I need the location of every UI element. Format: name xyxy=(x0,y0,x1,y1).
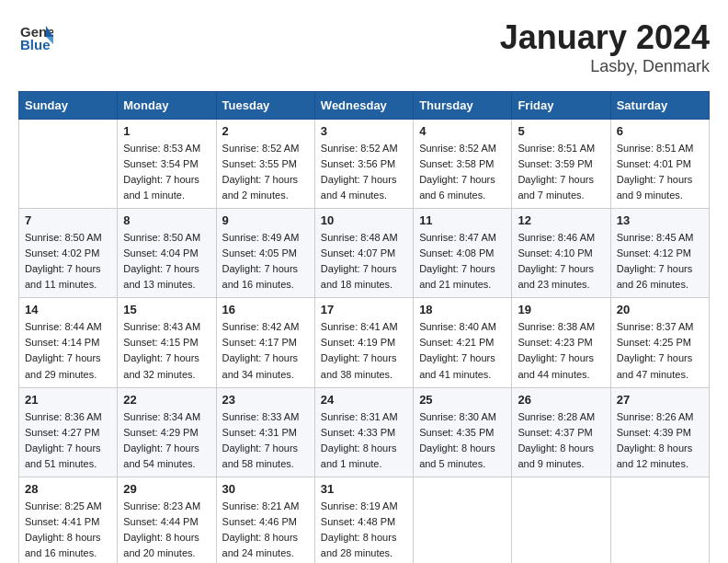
day-number: 1 xyxy=(123,124,210,138)
calendar-cell: 13Sunrise: 8:45 AM Sunset: 4:12 PM Dayli… xyxy=(610,209,709,298)
day-info: Sunrise: 8:19 AM Sunset: 4:48 PM Dayligh… xyxy=(321,499,407,561)
day-number: 13 xyxy=(617,213,703,227)
day-number: 9 xyxy=(222,213,309,227)
calendar-cell: 19Sunrise: 8:38 AM Sunset: 4:23 PM Dayli… xyxy=(512,298,610,387)
day-info: Sunrise: 8:51 AM Sunset: 3:59 PM Dayligh… xyxy=(518,141,604,203)
calendar-header-row: SundayMondayTuesdayWednesdayThursdayFrid… xyxy=(19,92,710,120)
calendar-cell: 14Sunrise: 8:44 AM Sunset: 4:14 PM Dayli… xyxy=(19,298,118,387)
day-number: 18 xyxy=(419,303,506,316)
day-info: Sunrise: 8:50 AM Sunset: 4:04 PM Dayligh… xyxy=(123,230,210,293)
day-number: 17 xyxy=(321,303,407,316)
day-info: Sunrise: 8:42 AM Sunset: 4:17 PM Dayligh… xyxy=(222,319,309,382)
calendar-cell xyxy=(19,120,118,209)
day-info: Sunrise: 8:46 AM Sunset: 4:10 PM Dayligh… xyxy=(518,230,604,293)
calendar-cell: 28Sunrise: 8:25 AM Sunset: 4:41 PM Dayli… xyxy=(19,477,118,563)
day-number: 25 xyxy=(419,393,506,407)
day-number: 15 xyxy=(123,303,210,316)
svg-text:Blue: Blue xyxy=(20,37,51,52)
calendar-cell: 29Sunrise: 8:23 AM Sunset: 4:44 PM Dayli… xyxy=(118,477,216,563)
day-number: 27 xyxy=(617,393,703,407)
day-number: 4 xyxy=(419,124,506,138)
day-info: Sunrise: 8:23 AM Sunset: 4:44 PM Dayligh… xyxy=(123,499,210,561)
day-info: Sunrise: 8:51 AM Sunset: 4:01 PM Dayligh… xyxy=(617,141,703,203)
day-info: Sunrise: 8:49 AM Sunset: 4:05 PM Dayligh… xyxy=(222,230,309,293)
day-info: Sunrise: 8:45 AM Sunset: 4:12 PM Dayligh… xyxy=(617,230,703,293)
day-info: Sunrise: 8:52 AM Sunset: 3:55 PM Dayligh… xyxy=(222,141,309,203)
day-number: 20 xyxy=(617,303,703,316)
day-number: 6 xyxy=(617,124,703,138)
calendar-cell: 27Sunrise: 8:26 AM Sunset: 4:39 PM Dayli… xyxy=(610,387,709,477)
day-number: 23 xyxy=(222,393,309,407)
day-number: 28 xyxy=(25,482,111,496)
day-number: 26 xyxy=(518,393,604,407)
weekday-header-wednesday: Wednesday xyxy=(314,92,413,120)
day-info: Sunrise: 8:43 AM Sunset: 4:15 PM Dayligh… xyxy=(123,319,210,382)
weekday-header-sunday: Sunday xyxy=(19,92,118,120)
calendar-cell: 1Sunrise: 8:53 AM Sunset: 3:54 PM Daylig… xyxy=(118,120,216,209)
calendar-cell: 8Sunrise: 8:50 AM Sunset: 4:04 PM Daylig… xyxy=(118,209,216,298)
calendar-cell: 10Sunrise: 8:48 AM Sunset: 4:07 PM Dayli… xyxy=(314,209,413,298)
day-number: 31 xyxy=(321,482,407,496)
weekday-header-tuesday: Tuesday xyxy=(216,92,314,120)
calendar-week-2: 7Sunrise: 8:50 AM Sunset: 4:02 PM Daylig… xyxy=(19,209,710,298)
weekday-header-saturday: Saturday xyxy=(610,92,709,120)
calendar-table: SundayMondayTuesdayWednesdayThursdayFrid… xyxy=(18,91,710,563)
calendar-week-4: 21Sunrise: 8:36 AM Sunset: 4:27 PM Dayli… xyxy=(19,387,710,477)
calendar-cell: 9Sunrise: 8:49 AM Sunset: 4:05 PM Daylig… xyxy=(216,209,314,298)
day-number: 8 xyxy=(123,213,210,227)
day-info: Sunrise: 8:48 AM Sunset: 4:07 PM Dayligh… xyxy=(321,230,407,293)
calendar-cell: 16Sunrise: 8:42 AM Sunset: 4:17 PM Dayli… xyxy=(216,298,314,387)
day-info: Sunrise: 8:40 AM Sunset: 4:21 PM Dayligh… xyxy=(419,319,506,382)
day-number: 14 xyxy=(25,303,111,316)
day-number: 19 xyxy=(518,303,604,316)
weekday-header-thursday: Thursday xyxy=(414,92,512,120)
day-number: 12 xyxy=(518,213,604,227)
day-number: 30 xyxy=(222,482,309,496)
day-info: Sunrise: 8:21 AM Sunset: 4:46 PM Dayligh… xyxy=(222,499,309,561)
day-info: Sunrise: 8:25 AM Sunset: 4:41 PM Dayligh… xyxy=(25,499,111,561)
day-info: Sunrise: 8:52 AM Sunset: 3:56 PM Dayligh… xyxy=(321,141,407,203)
day-info: Sunrise: 8:50 AM Sunset: 4:02 PM Dayligh… xyxy=(25,230,111,293)
day-number: 11 xyxy=(419,213,506,227)
calendar-cell: 20Sunrise: 8:37 AM Sunset: 4:25 PM Dayli… xyxy=(610,298,709,387)
calendar-week-5: 28Sunrise: 8:25 AM Sunset: 4:41 PM Dayli… xyxy=(19,477,710,563)
day-info: Sunrise: 8:44 AM Sunset: 4:14 PM Dayligh… xyxy=(25,319,111,382)
day-number: 22 xyxy=(123,393,210,407)
calendar-cell: 31Sunrise: 8:19 AM Sunset: 4:48 PM Dayli… xyxy=(314,477,413,563)
logo: General Blue xyxy=(18,18,53,53)
day-info: Sunrise: 8:34 AM Sunset: 4:29 PM Dayligh… xyxy=(123,409,210,472)
day-info: Sunrise: 8:31 AM Sunset: 4:33 PM Dayligh… xyxy=(321,409,407,472)
weekday-header-friday: Friday xyxy=(512,92,610,120)
day-info: Sunrise: 8:37 AM Sunset: 4:25 PM Dayligh… xyxy=(617,319,703,382)
day-number: 21 xyxy=(25,393,111,407)
calendar-cell: 6Sunrise: 8:51 AM Sunset: 4:01 PM Daylig… xyxy=(610,120,709,209)
calendar-week-1: 1Sunrise: 8:53 AM Sunset: 3:54 PM Daylig… xyxy=(19,120,710,209)
day-info: Sunrise: 8:33 AM Sunset: 4:31 PM Dayligh… xyxy=(222,409,309,472)
day-number: 10 xyxy=(321,213,407,227)
day-info: Sunrise: 8:41 AM Sunset: 4:19 PM Dayligh… xyxy=(321,319,407,382)
calendar-cell: 2Sunrise: 8:52 AM Sunset: 3:55 PM Daylig… xyxy=(216,120,314,209)
day-number: 16 xyxy=(222,303,309,316)
day-info: Sunrise: 8:30 AM Sunset: 4:35 PM Dayligh… xyxy=(419,409,506,472)
calendar-cell: 26Sunrise: 8:28 AM Sunset: 4:37 PM Dayli… xyxy=(512,387,610,477)
calendar-cell: 25Sunrise: 8:30 AM Sunset: 4:35 PM Dayli… xyxy=(414,387,512,477)
weekday-header-monday: Monday xyxy=(118,92,216,120)
title-section: January 2024 Lasby, Denmark xyxy=(500,18,710,76)
page-header: General Blue January 2024 Lasby, Denmark xyxy=(18,18,710,76)
day-info: Sunrise: 8:36 AM Sunset: 4:27 PM Dayligh… xyxy=(25,409,111,472)
calendar-cell: 3Sunrise: 8:52 AM Sunset: 3:56 PM Daylig… xyxy=(314,120,413,209)
calendar-week-3: 14Sunrise: 8:44 AM Sunset: 4:14 PM Dayli… xyxy=(19,298,710,387)
calendar-cell: 24Sunrise: 8:31 AM Sunset: 4:33 PM Dayli… xyxy=(314,387,413,477)
day-info: Sunrise: 8:38 AM Sunset: 4:23 PM Dayligh… xyxy=(518,319,604,382)
day-info: Sunrise: 8:53 AM Sunset: 3:54 PM Dayligh… xyxy=(123,141,210,203)
calendar-cell: 4Sunrise: 8:52 AM Sunset: 3:58 PM Daylig… xyxy=(414,120,512,209)
day-info: Sunrise: 8:47 AM Sunset: 4:08 PM Dayligh… xyxy=(419,230,506,293)
calendar-cell: 23Sunrise: 8:33 AM Sunset: 4:31 PM Dayli… xyxy=(216,387,314,477)
logo-icon: General Blue xyxy=(18,18,53,53)
calendar-cell: 22Sunrise: 8:34 AM Sunset: 4:29 PM Dayli… xyxy=(118,387,216,477)
day-number: 2 xyxy=(222,124,309,138)
calendar-cell xyxy=(414,477,512,563)
location-title: Lasby, Denmark xyxy=(500,57,710,76)
day-number: 7 xyxy=(25,213,111,227)
day-info: Sunrise: 8:26 AM Sunset: 4:39 PM Dayligh… xyxy=(617,409,703,472)
